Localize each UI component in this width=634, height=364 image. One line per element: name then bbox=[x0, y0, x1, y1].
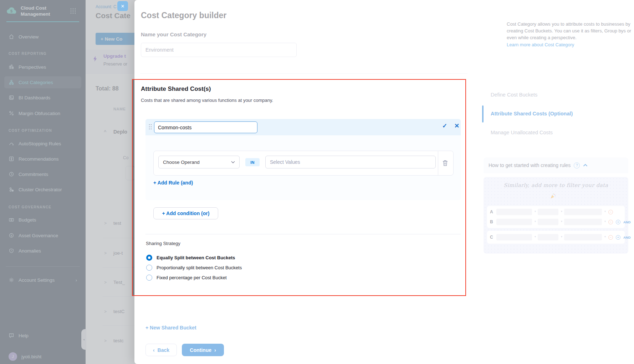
howto-label: How to get started with creating rules bbox=[489, 162, 571, 168]
skeleton-rule-card-c: C − + AND bbox=[487, 231, 625, 244]
party-popper-icon bbox=[549, 193, 557, 200]
name-field-label: Name your Cost Category bbox=[141, 31, 206, 37]
step-attribute-shared-costs[interactable]: Attribute Shared Costs (Optional) bbox=[491, 111, 573, 116]
help-circle-icon[interactable]: ? bbox=[574, 162, 580, 168]
section-divider bbox=[140, 73, 467, 74]
cost-category-info-text: Cost Category allows you to attribute co… bbox=[507, 21, 632, 48]
step-manage-unallocated-costs[interactable]: Manage Unallocated Costs bbox=[491, 130, 553, 135]
rule-letter: C bbox=[490, 235, 494, 240]
back-label: Back bbox=[158, 347, 169, 353]
illustration-caption: Similarly, add more to filter your data bbox=[491, 182, 620, 188]
back-chevron-icon: ‹ bbox=[153, 347, 155, 353]
continue-button[interactable]: Continue › bbox=[182, 344, 224, 356]
chevron-up-icon[interactable] bbox=[583, 164, 588, 167]
skeleton-select bbox=[564, 234, 602, 240]
skeleton-select bbox=[496, 209, 532, 215]
modal-title: Cost Category builder bbox=[141, 11, 226, 20]
continue-chevron-icon: › bbox=[214, 347, 216, 353]
skeleton-select bbox=[496, 219, 532, 225]
back-button[interactable]: ‹ Back bbox=[145, 344, 177, 356]
remove-rule-icon: − bbox=[608, 220, 613, 224]
skeleton-rule-row-c: C − + AND bbox=[490, 234, 631, 240]
skeleton-rule-card-ab: A − B − + AND bbox=[487, 206, 625, 228]
remove-rule-icon: − bbox=[608, 210, 613, 214]
rule-letter: A bbox=[490, 209, 494, 214]
remove-rule-icon: − bbox=[608, 235, 613, 240]
modal-close-button[interactable]: ✕ bbox=[117, 1, 128, 11]
skeleton-rule-row-a: A − bbox=[490, 209, 613, 215]
and-label: AND bbox=[623, 235, 631, 239]
new-shared-bucket-link[interactable]: + New Shared Bucket bbox=[145, 325, 196, 331]
skeleton-select bbox=[564, 219, 602, 225]
skeleton-select bbox=[538, 219, 558, 225]
app-root: $ Cloud Cost Management Overview COST RE… bbox=[0, 0, 634, 364]
step-define-cost-buckets[interactable]: Define Cost Buckets bbox=[491, 92, 537, 98]
info-text: Cost Category allows you to attribute co… bbox=[507, 21, 631, 40]
cost-category-name-input[interactable] bbox=[141, 43, 297, 57]
rule-letter: B bbox=[490, 219, 494, 224]
add-rule-icon: + bbox=[616, 235, 620, 240]
skeleton-select bbox=[538, 209, 558, 215]
skeleton-select bbox=[564, 209, 602, 215]
annotation-highlight-frame bbox=[132, 79, 466, 296]
skeleton-select bbox=[496, 234, 532, 240]
learn-more-link[interactable]: Learn more about Cost Category bbox=[507, 41, 632, 48]
skeleton-rule-row-b: B − + AND bbox=[490, 219, 631, 225]
howto-accordion[interactable]: How to get started with creating rules ? bbox=[484, 157, 628, 173]
active-step-indicator bbox=[482, 105, 484, 123]
skeleton-select bbox=[538, 234, 558, 240]
close-icon: ✕ bbox=[121, 4, 125, 9]
and-label: AND bbox=[623, 220, 631, 224]
add-rule-icon: + bbox=[616, 220, 620, 224]
continue-label: Continue bbox=[190, 347, 211, 353]
